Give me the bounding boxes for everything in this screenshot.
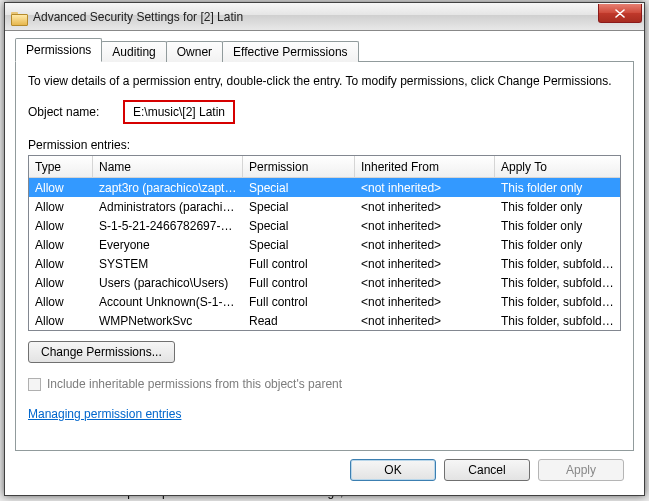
cell-type: Allow <box>29 200 93 214</box>
cell-inherited: <not inherited> <box>355 276 495 290</box>
cell-inherited: <not inherited> <box>355 314 495 328</box>
table-row[interactable]: AllowUsers (parachico\Users)Full control… <box>29 273 620 292</box>
cell-type: Allow <box>29 257 93 271</box>
table-row[interactable]: AllowSYSTEMFull control<not inherited>Th… <box>29 254 620 273</box>
table-row[interactable]: Allowzapt3ro (parachico\zapt3ro)Special<… <box>29 178 620 197</box>
close-button[interactable] <box>598 4 642 23</box>
cell-inherited: <not inherited> <box>355 181 495 195</box>
cell-apply: This folder only <box>495 238 620 252</box>
cell-apply: This folder, subfolders and... <box>495 314 620 328</box>
cell-name: Administrators (parachico... <box>93 200 243 214</box>
column-type[interactable]: Type <box>29 156 93 177</box>
cell-name: S-1-5-21-2466782697-11... <box>93 219 243 233</box>
object-name-value: E:\music\[2] Latin <box>123 100 235 124</box>
dialog-window: Advanced Security Settings for [2] Latin… <box>4 2 645 496</box>
ok-button[interactable]: OK <box>350 459 436 481</box>
permission-entries-label: Permission entries: <box>28 138 621 152</box>
cell-apply: This folder, subfolders and... <box>495 295 620 309</box>
dialog-button-bar: OK Cancel Apply <box>15 451 634 485</box>
cell-permission: Special <box>243 200 355 214</box>
cell-permission: Special <box>243 219 355 233</box>
cell-name: Account Unknown(S-1-5-... <box>93 295 243 309</box>
cell-name: WMPNetworkSvc <box>93 314 243 328</box>
tab-owner[interactable]: Owner <box>166 41 223 62</box>
cell-permission: Full control <box>243 276 355 290</box>
cell-permission: Read <box>243 314 355 328</box>
cell-inherited: <not inherited> <box>355 257 495 271</box>
titlebar: Advanced Security Settings for [2] Latin <box>5 3 644 31</box>
cell-permission: Special <box>243 181 355 195</box>
cell-inherited: <not inherited> <box>355 219 495 233</box>
cell-permission: Special <box>243 238 355 252</box>
cell-name: Users (parachico\Users) <box>93 276 243 290</box>
cell-type: Allow <box>29 276 93 290</box>
permission-entries-grid[interactable]: Type Name Permission Inherited From Appl… <box>28 155 621 331</box>
table-row[interactable]: AllowWMPNetworkSvcRead<not inherited>Thi… <box>29 311 620 330</box>
cell-type: Allow <box>29 314 93 328</box>
table-row[interactable]: AllowAdministrators (parachico...Special… <box>29 197 620 216</box>
column-inherited-from[interactable]: Inherited From <box>355 156 495 177</box>
column-name[interactable]: Name <box>93 156 243 177</box>
cell-name: zapt3ro (parachico\zapt3ro) <box>93 181 243 195</box>
cell-apply: This folder, subfolders and... <box>495 276 620 290</box>
folder-icon <box>11 10 27 24</box>
column-permission[interactable]: Permission <box>243 156 355 177</box>
table-row[interactable]: AllowS-1-5-21-2466782697-11...Special<no… <box>29 216 620 235</box>
table-row[interactable]: AllowAccount Unknown(S-1-5-...Full contr… <box>29 292 620 311</box>
include-inheritable-checkbox <box>28 378 41 391</box>
cell-name: SYSTEM <box>93 257 243 271</box>
apply-button[interactable]: Apply <box>538 459 624 481</box>
grid-header: Type Name Permission Inherited From Appl… <box>29 156 620 178</box>
tab-auditing[interactable]: Auditing <box>101 41 166 62</box>
window-title: Advanced Security Settings for [2] Latin <box>33 10 598 24</box>
tab-panel-permissions: To view details of a permission entry, d… <box>15 61 634 451</box>
cell-name: Everyone <box>93 238 243 252</box>
include-inheritable-label: Include inheritable permissions from thi… <box>47 377 342 391</box>
cell-type: Allow <box>29 219 93 233</box>
cell-apply: This folder, subfolders and... <box>495 257 620 271</box>
tab-effective-permissions[interactable]: Effective Permissions <box>222 41 359 62</box>
cell-permission: Full control <box>243 257 355 271</box>
change-permissions-button[interactable]: Change Permissions... <box>28 341 175 363</box>
close-icon <box>615 9 625 18</box>
object-name-label: Object name: <box>28 105 123 119</box>
cell-inherited: <not inherited> <box>355 200 495 214</box>
tab-permissions[interactable]: Permissions <box>15 38 102 62</box>
cell-apply: This folder only <box>495 200 620 214</box>
cell-inherited: <not inherited> <box>355 295 495 309</box>
cancel-button[interactable]: Cancel <box>444 459 530 481</box>
column-apply-to[interactable]: Apply To <box>495 156 620 177</box>
cell-apply: This folder only <box>495 181 620 195</box>
table-row[interactable]: AllowEveryoneSpecial<not inherited>This … <box>29 235 620 254</box>
instruction-text: To view details of a permission entry, d… <box>28 74 621 88</box>
cell-apply: This folder only <box>495 219 620 233</box>
cell-type: Allow <box>29 238 93 252</box>
cell-inherited: <not inherited> <box>355 238 495 252</box>
cell-type: Allow <box>29 181 93 195</box>
managing-permission-entries-link[interactable]: Managing permission entries <box>28 407 181 421</box>
tab-strip: Permissions Auditing Owner Effective Per… <box>15 39 634 61</box>
cell-type: Allow <box>29 295 93 309</box>
cell-permission: Full control <box>243 295 355 309</box>
